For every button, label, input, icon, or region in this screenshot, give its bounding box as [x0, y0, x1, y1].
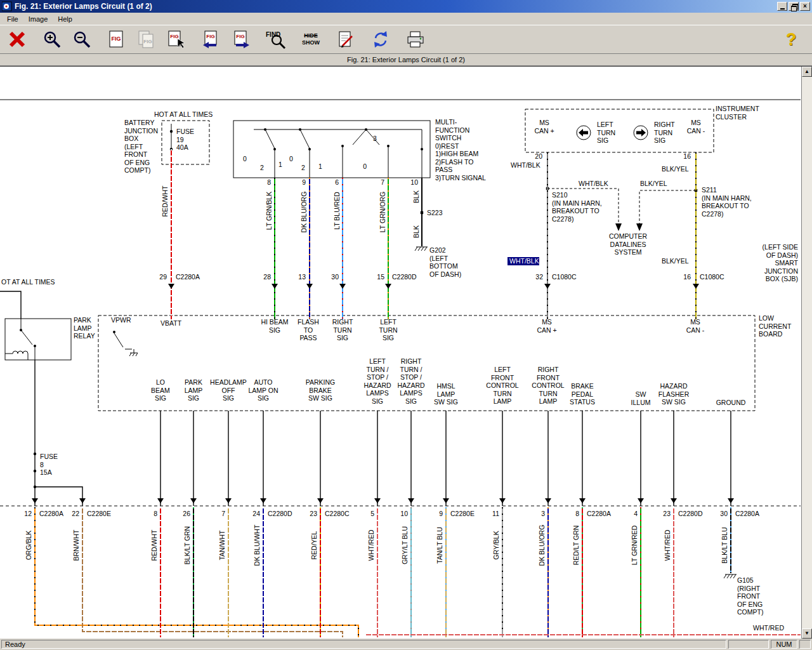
menubar: File Image Help — [0, 13, 812, 25]
switch-pos-3: 3 — [373, 135, 377, 142]
toolbar: FIG FIG FIG FIG FIG FIND — [0, 25, 812, 54]
switch-pos-0c: 0 — [363, 162, 367, 170]
headlamp-off-sig-label: HEADLAMPOFFSIG — [210, 378, 247, 402]
wire-stripe-org-blk — [35, 507, 358, 637]
zoom-in-icon — [42, 29, 62, 50]
splice-s211-label: S211(IN MAIN HARN,BREAKOUT TOC2278) — [702, 186, 752, 218]
connector-10b: 10 — [400, 510, 408, 517]
wire-label-blk-yel-3: BLK/YEL — [662, 257, 689, 265]
wire-hot-feed — [0, 291, 21, 319]
connector-11: 11 — [492, 510, 499, 517]
hide-show-button[interactable]: HIDE SHOW — [299, 27, 323, 52]
connector-c1080c-2: C1080C — [700, 273, 724, 281]
connector-8b: 8 — [154, 510, 157, 517]
ms-can-plus-cluster: MSCAN + — [534, 119, 554, 135]
connector-7b: 7 — [221, 510, 225, 517]
figure-pan-button[interactable]: FIG — [164, 27, 188, 52]
connector-28: 28 — [263, 273, 271, 281]
right-turn-indicator-icon — [636, 129, 646, 136]
statusbar: Ready NUM — [0, 639, 812, 650]
connector-arrow — [225, 498, 232, 503]
notes-button[interactable] — [334, 27, 358, 52]
refresh-button[interactable] — [369, 27, 393, 52]
notes-icon — [336, 29, 356, 50]
figure-caption-bar: Fig. 21: Exterior Lamps Circuit (1 of 2) — [0, 54, 812, 66]
connector-arrow — [339, 284, 346, 289]
menu-item-help[interactable]: Help — [53, 14, 77, 24]
connector-arrow — [499, 498, 506, 503]
instrument-cluster-label: INSTRUMENTCLUSTER — [716, 105, 759, 121]
fuse-19-terminal — [170, 130, 173, 133]
wire-label-blk-yel-2: BLK/YEL — [640, 180, 667, 187]
svg-text:FIG: FIG — [236, 34, 244, 39]
smart-junction-box-label: (LEFT SIDEOF DASH)SMARTJUNCTIONBOX (SJB) — [763, 243, 799, 282]
right-turn-stop-hazard-label: RIGHTTURN /STOP /HAZARDLAMPSSIG — [397, 357, 425, 405]
wire-label-dk-blu-wht: DK BLU/WHT — [253, 524, 261, 566]
wire-label-blk-lt-grn: BLK/LT GRN — [183, 526, 191, 564]
figure-next-icon: FIG — [231, 29, 251, 50]
hazard-flasher-sw-sig-label: HAZARDFLASHERSW SIG — [658, 382, 690, 406]
figure-button[interactable]: FIG — [105, 27, 129, 52]
diagram-viewport[interactable]: HOT AT ALL TIMESBATTERYJUNCTIONBOX(LEFTF… — [0, 67, 801, 639]
pin-6: 6 — [335, 178, 339, 186]
vertical-scrollbar[interactable]: ▲ ▼ — [801, 67, 812, 639]
wire-label-wht-red-2: WHT/RED — [664, 529, 671, 560]
close-figure-button[interactable] — [5, 27, 29, 52]
wire-label-dk-blu-org-b: DK BLU/ORG — [538, 525, 546, 566]
connector-15: 15 — [377, 273, 384, 281]
connector-c2280a-b2: C2280A — [587, 510, 611, 517]
pin-7: 7 — [381, 178, 384, 186]
right-front-control-turn-label: RIGHTFRONTCONTROLTURNLAMP — [532, 366, 564, 405]
menu-item-file[interactable]: File — [2, 14, 23, 24]
splice-s223-label: S223 — [427, 209, 443, 216]
switch-pos-0a: 0 — [243, 155, 247, 162]
status-message: Ready — [5, 640, 25, 648]
close-button[interactable]: × — [800, 2, 810, 11]
help-button[interactable]: ? — [779, 27, 803, 52]
wire-label-red-lt-grn: RED/LT GRN — [572, 526, 580, 566]
zoom-out-button[interactable] — [70, 27, 94, 52]
connector-arrow — [638, 498, 644, 503]
wire-label-wht-red-1: WHT/RED — [367, 529, 375, 560]
connector-12: 12 — [24, 510, 32, 517]
figures-list-button-disabled[interactable]: FIG — [134, 27, 159, 52]
zoom-out-icon — [72, 29, 92, 50]
wiring-diagram: HOT AT ALL TIMESBATTERYJUNCTIONBOX(LEFTF… — [0, 68, 801, 637]
menu-item-image[interactable]: Image — [23, 14, 53, 24]
park-lamp-sig-label: PARKLAMPSIG — [185, 378, 203, 402]
print-button[interactable] — [403, 27, 428, 52]
connector-c2280e-b1: C2280E — [87, 510, 111, 517]
connector-arrow — [545, 498, 551, 503]
connector-arrow — [272, 284, 278, 289]
minimize-button[interactable] — [777, 2, 787, 11]
zoom-in-button[interactable] — [40, 27, 64, 52]
connector-24: 24 — [252, 510, 260, 517]
find-button[interactable]: FIND — [264, 27, 288, 52]
wire-label-lt-blu-red: LT BLU/RED — [333, 192, 341, 230]
svg-text:FIG: FIG — [112, 36, 121, 42]
restore-button[interactable] — [789, 2, 799, 11]
connector-arrow — [317, 498, 324, 503]
wire-label-blk-yel-1: BLK/YEL — [662, 165, 689, 173]
hand-cursor-icon — [178, 39, 185, 48]
left-turn-indicator-icon — [579, 129, 588, 136]
connector-23a: 23 — [310, 510, 317, 517]
switch-pos-1b: 1 — [318, 162, 322, 170]
num-lock-indicator: NUM — [776, 640, 792, 648]
left-turn-sig-sjb: LEFTTURNSIG — [379, 318, 397, 342]
figure-next-button[interactable]: FIG — [229, 27, 253, 52]
ground-symbol-g202 — [415, 247, 428, 251]
connector-16: 16 — [683, 273, 691, 281]
dataline-arrow-left — [615, 223, 622, 231]
titlebar: Fig. 21: Exterior Lamps Circuit (1 of 2)… — [0, 0, 812, 13]
connector-arrow — [374, 498, 381, 503]
scroll-down-button[interactable]: ▼ — [802, 628, 812, 639]
ground-symbol-g105 — [724, 574, 737, 578]
wire-label-wht-blk-2: WHT/BLK — [579, 180, 608, 187]
connector-30b: 30 — [720, 510, 728, 517]
figure-previous-button[interactable]: FIG — [199, 27, 223, 52]
wire-label-org-blk: ORG/BLK — [25, 531, 32, 560]
scroll-up-button[interactable]: ▲ — [802, 67, 812, 77]
connector-arrow — [579, 498, 586, 503]
figure-previous-icon: FIG — [201, 29, 221, 50]
